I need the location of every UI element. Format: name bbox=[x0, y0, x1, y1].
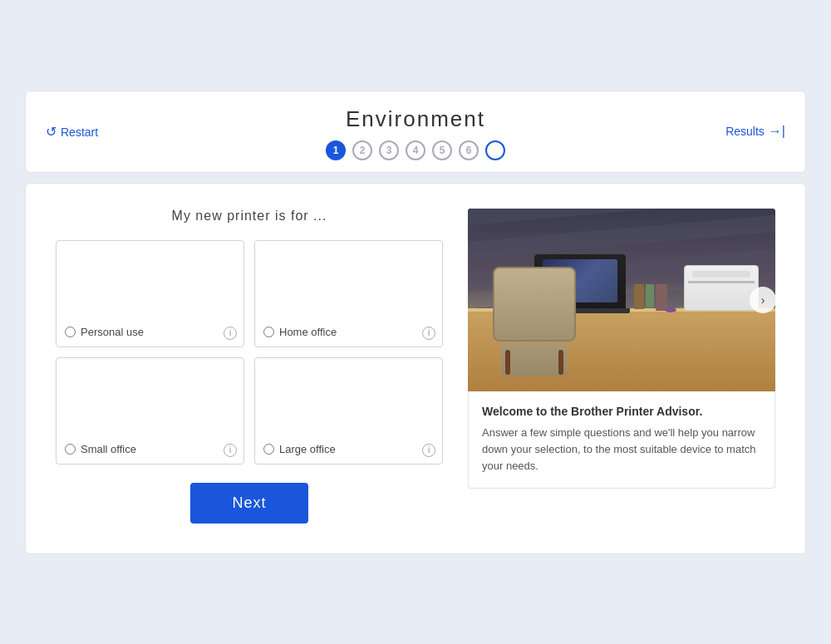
left-section: My new printer is for ... bbox=[56, 209, 443, 524]
welcome-title: Welcome to the Brother Printer Advisor. bbox=[482, 405, 761, 418]
large-office-label: Large office bbox=[279, 443, 434, 455]
question-text: My new printer is for ... bbox=[172, 209, 327, 224]
small-office-radio-row: Small office bbox=[65, 443, 235, 455]
large-office-info-icon[interactable]: i bbox=[422, 444, 435, 457]
step-5[interactable]: 5 bbox=[432, 140, 452, 160]
step-6[interactable]: 6 bbox=[459, 140, 479, 160]
small-office-label: Small office bbox=[81, 443, 235, 455]
vase bbox=[661, 283, 680, 312]
step-4[interactable]: 4 bbox=[406, 140, 425, 160]
page-wrapper: ↺ Restart Environment 1 2 3 4 5 6 Result… bbox=[25, 91, 806, 554]
page-title: Environment bbox=[346, 106, 485, 132]
next-image-button[interactable]: › bbox=[750, 287, 775, 313]
results-arrow-icon: →| bbox=[769, 124, 785, 139]
results-button[interactable]: Results →| bbox=[725, 124, 785, 139]
main-card: My new printer is for ... bbox=[25, 183, 806, 554]
office-image-container: › bbox=[468, 209, 775, 391]
step-indicators: 1 2 3 4 5 6 bbox=[326, 140, 505, 160]
step-1[interactable]: 1 bbox=[326, 140, 346, 160]
desk-scene bbox=[468, 209, 775, 391]
restart-button[interactable]: ↺ Restart bbox=[46, 124, 98, 140]
option-personal-use[interactable]: Personal use i bbox=[56, 240, 244, 347]
next-button[interactable]: Next bbox=[190, 483, 307, 524]
step-3[interactable]: 3 bbox=[379, 140, 399, 160]
home-office-label: Home office bbox=[279, 326, 434, 338]
chair bbox=[484, 267, 584, 375]
home-office-radio[interactable] bbox=[263, 327, 274, 337]
restart-icon: ↺ bbox=[46, 124, 57, 140]
welcome-text: Answer a few simple questions and we'll … bbox=[482, 425, 761, 474]
restart-label: Restart bbox=[61, 125, 98, 138]
option-large-office[interactable]: Large office i bbox=[254, 357, 443, 465]
info-box: Welcome to the Brother Printer Advisor. … bbox=[468, 391, 775, 489]
right-section: › Welcome to the Brother Printer Advisor… bbox=[468, 209, 775, 524]
personal-use-info-icon[interactable]: i bbox=[224, 327, 237, 340]
small-office-radio[interactable] bbox=[65, 444, 76, 455]
large-office-radio-row: Large office bbox=[263, 443, 434, 455]
options-grid: Personal use i bbox=[56, 240, 443, 465]
large-office-radio[interactable] bbox=[263, 444, 274, 455]
small-office-info-icon[interactable]: i bbox=[224, 444, 237, 457]
home-office-info-icon[interactable]: i bbox=[422, 327, 435, 340]
option-small-office[interactable]: Small office i bbox=[56, 357, 244, 465]
personal-use-radio[interactable] bbox=[65, 327, 76, 337]
home-office-radio-row: Home office bbox=[263, 326, 434, 338]
step-open[interactable] bbox=[485, 140, 505, 160]
personal-use-label: Personal use bbox=[81, 326, 235, 338]
personal-use-radio-row: Personal use bbox=[65, 326, 235, 338]
option-home-office[interactable]: Home office i bbox=[254, 240, 443, 347]
step-2[interactable]: 2 bbox=[352, 140, 372, 160]
printer bbox=[684, 265, 759, 311]
results-label: Results bbox=[725, 125, 765, 138]
header-card: ↺ Restart Environment 1 2 3 4 5 6 Result… bbox=[25, 91, 806, 173]
